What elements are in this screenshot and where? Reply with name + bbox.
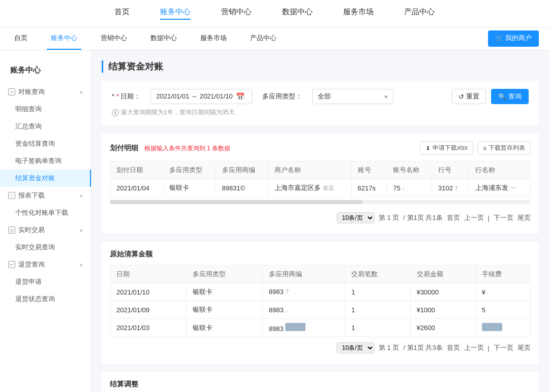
page-size-selector-1[interactable]: 10条/页 xyxy=(337,212,375,223)
section1-header: 划付明细 根据输入条件共查询到 1 条数据 ⬇ 申请下载xlsx ≡ 下载暂存列… xyxy=(110,141,531,155)
sidebar-group-reconciliation-label: 对账查询 xyxy=(18,87,45,96)
subnav-accounting[interactable]: 账务中心 xyxy=(47,27,81,50)
search-button[interactable]: 🔍 查询 xyxy=(491,89,529,104)
page-total-2: / 第1页 共3条 xyxy=(403,343,442,352)
col-bank-name: 行名称 xyxy=(469,161,531,179)
nav-marketing[interactable]: 营销中心 xyxy=(221,7,252,20)
sidebar-item-summary-query[interactable]: 汇总查询 xyxy=(0,118,91,135)
section1-actions: ⬇ 申请下载xlsx ≡ 下载暂存列表 xyxy=(420,141,531,155)
sidebar-group-return-header[interactable]: ↩ 退货查询 ∧ xyxy=(0,256,91,273)
sidebar-item-personal-download[interactable]: 个性化对账单下载 xyxy=(0,204,91,221)
sidebar-item-settlement-reconciliation[interactable]: 结算资金对账 xyxy=(0,170,91,187)
row2-app-type: 银联卡 xyxy=(187,301,263,319)
my-merchant-button[interactable]: 🛒 我的商户 xyxy=(488,30,539,47)
sidebar-group-realtime-header[interactable]: ◎ 实时交易 ∧ xyxy=(0,221,91,239)
table-row: 2021/01/10 银联卡 8983？ 1 ¥30000 ¥ xyxy=(110,283,531,301)
page-current-1: 第 1 页 xyxy=(379,213,399,222)
main-content: 结算资金对账 * 日期： 2021/01/01 ～ 2021/01/10 📅 多… xyxy=(92,50,549,392)
section-settlement-adjustment: 结算调整 清算日期 时间 结算调整类型 多应用类型 多应用商编 调整金额 调整原… xyxy=(102,372,539,392)
reset-icon: ↺ xyxy=(459,93,464,101)
app-type-select[interactable]: 全部 ▾ xyxy=(312,89,393,104)
chevron-up-icon-2: ∧ xyxy=(79,193,83,199)
section2-title: 原始清算金额 xyxy=(110,250,152,259)
page-first-2[interactable]: 首页 xyxy=(447,343,460,352)
bank-name-cell: 上海浦东发 一 xyxy=(469,179,531,197)
section1-count: 1 xyxy=(207,145,210,152)
page-first-1[interactable]: 首页 xyxy=(447,213,460,222)
sidebar-group-report-label: 报表下载 xyxy=(18,191,45,200)
section1-table-wrapper: 划付日期 多应用类型 多应用商编 商户名称 账号 账号名称 行号 行名称 202 xyxy=(110,161,531,197)
page-prev-2[interactable]: 上一页 xyxy=(464,343,484,352)
sidebar-item-return-status[interactable]: 退货状态查询 xyxy=(0,290,91,308)
section2-table-wrapper: 日期 多应用类型 多应用商编 交易笔数 交易金额 手续费 2021/01/10 … xyxy=(110,265,531,337)
download-xlsx-button[interactable]: ⬇ 申请下载xlsx xyxy=(420,141,473,155)
section1-table: 划付日期 多应用类型 多应用商编 商户名称 账号 账号名称 行号 行名称 202 xyxy=(110,161,531,197)
table-scrollbar[interactable] xyxy=(110,200,531,204)
search-row: * 日期： 2021/01/01 ～ 2021/01/10 📅 多应用类型： 全… xyxy=(112,89,529,104)
page-prev-1[interactable]: 上一页 xyxy=(464,213,484,222)
row2-tx-count: 1 xyxy=(345,301,410,319)
dropdown-icon: ▾ xyxy=(384,93,388,101)
row3-tx-count: 1 xyxy=(345,319,410,337)
section-payment-detail: 划付明细 根据输入条件共查询到 1 条数据 ⬇ 申请下载xlsx ≡ 下载暂存列… xyxy=(102,133,539,234)
page-last-1[interactable]: 尾页 xyxy=(517,213,531,222)
subnav-marketing[interactable]: 营销中心 xyxy=(97,27,131,50)
date-label: * 日期： xyxy=(112,92,140,101)
col-app-type: 多应用类型 xyxy=(163,161,216,179)
page-next-1[interactable]: 下一页 xyxy=(494,213,513,222)
date-input[interactable]: 2021/01/01 ～ 2021/01/10 📅 xyxy=(150,89,252,104)
row1-app-type: 银联卡 xyxy=(187,283,263,301)
subnav-market[interactable]: 服务市场 xyxy=(196,27,231,50)
search-hint: ℹ 最大查询期限为1年，查询日期间隔为35天 xyxy=(112,108,529,117)
section1-desc: 根据输入条件共查询到 1 条数据 xyxy=(144,145,230,152)
nav-product[interactable]: 产品中心 xyxy=(404,7,435,20)
top-nav: 首页 账务中心 营销中心 数据中心 服务市场 产品中心 xyxy=(0,0,549,27)
section-original-clearance: 原始清算金额 日期 多应用类型 多应用商编 交易笔数 交易金额 手续费 xyxy=(102,242,539,364)
section3-header: 结算调整 xyxy=(110,380,531,389)
col2-tx-count: 交易笔数 xyxy=(345,266,410,283)
sidebar-item-detail-query[interactable]: 明细查询 xyxy=(0,101,91,118)
return-icon: ↩ xyxy=(8,261,15,268)
sidebar-item-realtime-query[interactable]: 实时交易查询 xyxy=(0,239,91,256)
sidebar-group-realtime: ◎ 实时交易 ∧ 实时交易查询 xyxy=(0,221,91,256)
calendar-icon: 📅 xyxy=(236,92,245,101)
subnav-home[interactable]: 自页 xyxy=(10,27,32,50)
subnav-product[interactable]: 产品中心 xyxy=(246,27,281,50)
section2-pagination: 10条/页 第 1 页 / 第1页 共3条 首页 上一页 | 下一页 尾页 xyxy=(110,337,531,355)
col2-app-type: 多应用类型 xyxy=(187,266,263,283)
sidebar-group-reconciliation-header[interactable]: ≡ 对账查询 ∧ xyxy=(0,83,91,101)
col-account: 账号 xyxy=(351,161,387,179)
sidebar-item-esignature[interactable]: 电子签购单查询 xyxy=(0,152,91,170)
payment-date-cell: 2021/01/04 xyxy=(110,179,163,197)
reset-button[interactable]: ↺ 重置 xyxy=(452,89,486,104)
section3-title: 结算调整 xyxy=(110,380,138,389)
sidebar-title: 账务中心 xyxy=(0,60,91,83)
page-current-2: 第 1 页 xyxy=(379,343,399,352)
section2-header: 原始清算金额 xyxy=(110,250,531,259)
info-icon: ℹ xyxy=(112,109,119,116)
row2-date: 2021/01/09 xyxy=(110,301,187,319)
row3-tx-amount: ¥2600 xyxy=(410,319,475,337)
download-list-button[interactable]: ≡ 下载暂存列表 xyxy=(477,141,531,155)
download-icon: ⬇ xyxy=(425,145,431,152)
sidebar-item-fund-settlement[interactable]: 资金结算查询 xyxy=(0,135,91,152)
page-total-1: / 第1页 共1条 xyxy=(403,213,442,222)
app-type-cell: 银联卡 xyxy=(163,179,216,197)
nav-home[interactable]: 首页 xyxy=(114,7,130,20)
subnav-data[interactable]: 数据中心 xyxy=(146,27,181,50)
section1-pagination: 10条/页 第 1 页 / 第1页 共1条 首页 上一页 | 下一页 尾页 xyxy=(110,207,531,225)
sidebar-group-reconciliation: ≡ 对账查询 ∧ 明细查询 汇总查询 资金结算查询 电子签购单查询 结算资金对账 xyxy=(0,83,91,187)
col-app-code: 多应用商编 xyxy=(216,161,268,179)
col2-app-code: 多应用商编 xyxy=(262,266,345,283)
sidebar-item-return-apply[interactable]: 退货申请 xyxy=(0,273,91,290)
app-code-cell: 89831© xyxy=(216,179,268,197)
nav-data[interactable]: 数据中心 xyxy=(282,7,313,20)
col2-tx-amount: 交易金额 xyxy=(410,266,475,283)
page-next-2[interactable]: 下一页 xyxy=(494,343,513,352)
nav-market[interactable]: 服务市场 xyxy=(343,7,374,20)
page-size-selector-2[interactable]: 10条/页 xyxy=(337,342,375,353)
sub-nav: 自页 账务中心 营销中心 数据中心 服务市场 产品中心 🛒 我的商户 xyxy=(0,27,549,50)
page-last-2[interactable]: 尾页 xyxy=(517,343,531,352)
sidebar-group-report-header[interactable]: □ 报表下载 ∧ xyxy=(0,187,91,204)
nav-accounting[interactable]: 账务中心 xyxy=(160,7,191,20)
